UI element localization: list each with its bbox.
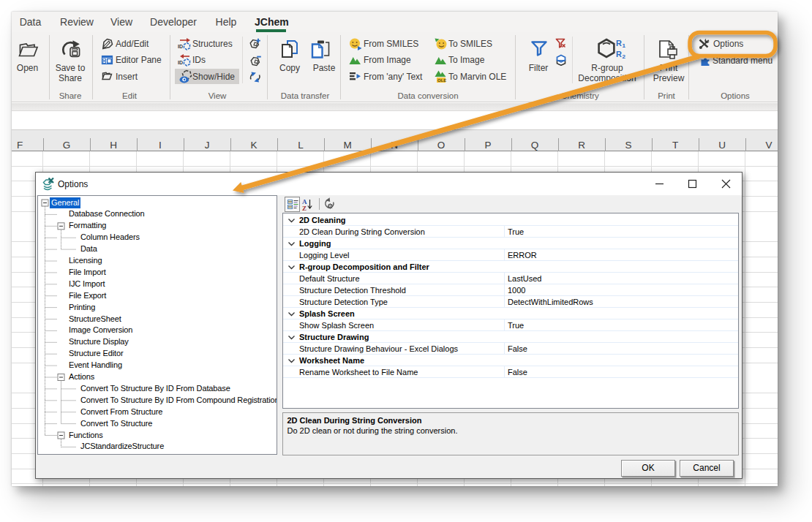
svg-text:R: R: [616, 39, 622, 48]
svg-text:Z: Z: [302, 205, 307, 212]
svg-text:OLE: OLE: [437, 78, 446, 83]
svg-text:1: 1: [623, 42, 626, 49]
svg-text:ID: ID: [178, 60, 183, 65]
svg-text:2: 2: [623, 53, 626, 60]
svg-text:ID: ID: [178, 44, 183, 49]
svg-text:R: R: [616, 50, 622, 58]
